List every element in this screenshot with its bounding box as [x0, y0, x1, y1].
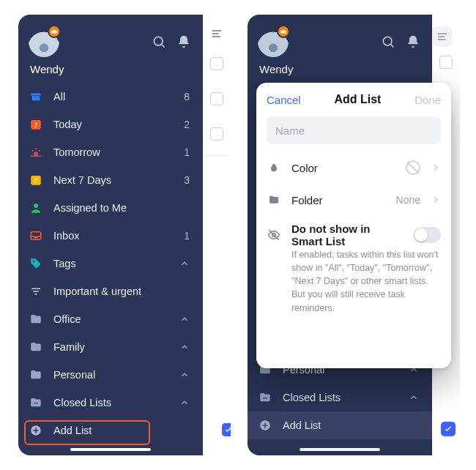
sidebar-item-tomorrow[interactable]: Tomorrow 1: [18, 138, 203, 166]
sidebar-item-count: 2: [184, 119, 190, 130]
svg-point-0: [154, 37, 163, 45]
sidebar-item-today[interactable]: 7 Today 2: [18, 111, 203, 138]
color-row[interactable]: Color: [267, 152, 441, 184]
bell-icon[interactable]: [175, 33, 193, 51]
divider: [206, 155, 228, 156]
svg-rect-2: [31, 94, 41, 96]
chevron-up-icon: [179, 370, 190, 380]
avatar[interactable]: [258, 26, 289, 57]
calendar-today-icon: 7: [29, 117, 43, 132]
sidebar-item-important[interactable]: Important & urgent: [18, 277, 203, 305]
chevron-up-icon: [179, 314, 190, 324]
svg-line-1: [162, 45, 165, 48]
menu-icon[interactable]: [209, 28, 225, 40]
chevron-up-icon: [179, 398, 190, 408]
sidebar-item-next7[interactable]: F Next 7 Days 3: [18, 166, 203, 194]
modal-title: Add List: [334, 93, 381, 106]
sidebar-item-add-list[interactable]: Add List: [18, 417, 203, 444]
sidebar-item-count: 8: [184, 91, 190, 102]
sidebar-item-label: Closed Lists: [283, 392, 398, 403]
calendar-week-icon: F: [29, 173, 43, 187]
tag-icon: [29, 256, 43, 271]
svg-text:F: F: [34, 178, 37, 184]
sidebar-item-label: Tags: [53, 258, 169, 269]
search-icon[interactable]: [150, 33, 168, 51]
sidebar-item-assigned[interactable]: Assigned to Me: [18, 194, 203, 222]
sidebar-item-family[interactable]: Family: [18, 333, 203, 361]
task-checkbox[interactable]: [439, 56, 453, 69]
drop-icon: [267, 160, 281, 175]
right-screenshot: Wendy Personal Closed Lists Add List: [248, 15, 460, 455]
bell-icon[interactable]: [404, 33, 422, 51]
sidebar-item-label: Next 7 Days: [53, 174, 174, 186]
avatar[interactable]: [29, 26, 59, 57]
sidebar-item-personal[interactable]: Personal: [18, 361, 203, 389]
menu-icon[interactable]: [432, 26, 453, 47]
filter-icon: [29, 284, 43, 299]
sidebar-item-label: All: [53, 91, 174, 102]
folder-icon: [29, 312, 43, 327]
sidebar-item-inbox[interactable]: Inbox 1: [18, 222, 203, 250]
sidebar-item-office[interactable]: Office: [18, 305, 203, 333]
sidebar-item-closed[interactable]: Closed Lists: [18, 389, 203, 417]
hide-toggle[interactable]: [413, 227, 441, 243]
inbox-icon: [29, 228, 43, 243]
plus-circle-icon: [29, 423, 43, 438]
sidebar-item-closed[interactable]: Closed Lists: [248, 384, 432, 411]
sidebar-item-label: Inbox: [53, 230, 174, 242]
sidebar-header: [248, 23, 432, 59]
svg-line-22: [391, 45, 394, 48]
list-name-input[interactable]: [267, 116, 441, 144]
crown-badge-icon: [277, 25, 290, 38]
task-checkbox[interactable]: [210, 127, 223, 141]
task-checkbox-checked[interactable]: [441, 422, 455, 436]
sidebar-item-label: Assigned to Me: [53, 202, 190, 214]
sidebar-item-all[interactable]: All 8: [18, 83, 203, 111]
svg-rect-3: [32, 96, 40, 100]
sidebar-item-count: 1: [184, 230, 190, 242]
sidebar-item-count: 3: [184, 174, 190, 186]
modal-header: Cancel Add List Done: [267, 93, 441, 106]
chevron-up-icon: [179, 342, 190, 352]
sidebar-item-label: Office: [53, 313, 169, 325]
sidebar-item-label: Add List: [53, 425, 190, 436]
plus-circle-icon: [258, 418, 272, 433]
done-button[interactable]: Done: [414, 94, 441, 106]
sidebar-item-count: 1: [184, 146, 190, 158]
chevron-up-icon: [179, 258, 190, 269]
sidebar-item-add-list[interactable]: Add List: [248, 411, 432, 439]
sidebar-item-label: Add List: [283, 419, 419, 431]
sidebar-menu: All 8 7 Today 2 Tomorrow 1 F Next 7 Days…: [18, 83, 203, 444]
add-list-modal: Cancel Add List Done Color Folder None D…: [256, 83, 451, 368]
folder-closed-icon: [258, 390, 272, 405]
cancel-button[interactable]: Cancel: [267, 94, 301, 106]
hide-row: Do not show in Smart List: [267, 222, 441, 248]
home-indicator: [70, 448, 151, 451]
task-checkbox[interactable]: [210, 92, 223, 105]
search-icon[interactable]: [379, 33, 397, 51]
sidebar-menu-short: Personal Closed Lists Add List: [248, 356, 432, 439]
eye-off-icon: [267, 228, 281, 242]
chevron-up-icon: [409, 392, 419, 403]
row-label: Color: [291, 162, 395, 174]
task-checkbox[interactable]: [210, 57, 223, 70]
folder-icon: [267, 193, 281, 207]
hide-description: If enabled, tasks within this list won't…: [267, 248, 441, 315]
sidebar-header: [18, 23, 203, 59]
folder-icon: [29, 368, 43, 382]
sidebar-item-label: Tomorrow: [53, 146, 174, 158]
task-checkbox-checked[interactable]: [222, 423, 231, 436]
row-value: None: [396, 194, 420, 206]
user-name[interactable]: Wendy: [18, 59, 203, 83]
sidebar-item-tags[interactable]: Tags: [18, 250, 203, 277]
content-strip: [203, 15, 231, 455]
sidebar: Wendy All 8 7 Today 2 Tomorrow 1 F Next …: [18, 15, 203, 455]
folder-closed-icon: [29, 395, 43, 410]
left-screenshot: Wendy All 8 7 Today 2 Tomorrow 1 F Next …: [18, 15, 231, 455]
folder-row[interactable]: Folder None: [267, 184, 441, 216]
sidebar-item-label: Personal: [53, 369, 169, 381]
user-name: Wendy: [248, 59, 432, 83]
home-indicator: [300, 448, 380, 451]
person-icon: [29, 201, 43, 215]
svg-text:7: 7: [34, 122, 38, 129]
